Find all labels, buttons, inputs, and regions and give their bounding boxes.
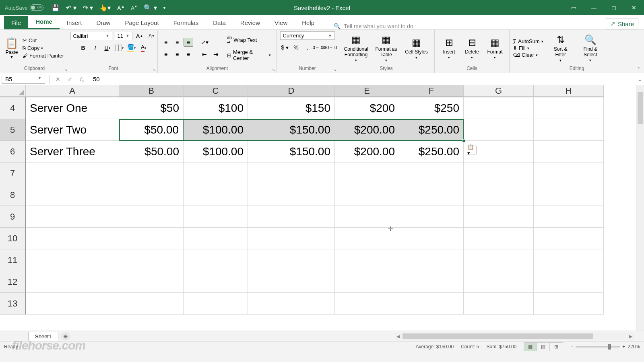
cell[interactable]: Server One [26, 97, 119, 119]
cell[interactable] [399, 184, 464, 206]
normal-view-icon[interactable]: ▦ [524, 343, 537, 351]
cell[interactable]: $200.00 [335, 141, 399, 162]
cell[interactable] [399, 293, 464, 315]
grow-font-icon[interactable]: A▲ [135, 31, 144, 40]
hscroll-left-icon[interactable]: ◀ [394, 333, 402, 340]
cell[interactable]: $250 [399, 97, 464, 119]
cell[interactable] [399, 162, 464, 184]
cell[interactable] [26, 228, 119, 249]
cell[interactable] [119, 162, 184, 184]
cell[interactable] [335, 162, 399, 184]
align-right-icon[interactable]: ≡ [184, 50, 193, 59]
cell[interactable] [464, 228, 534, 249]
ribbon-display-options-icon[interactable]: ▭ [564, 0, 584, 15]
row-header[interactable]: 5 [0, 119, 26, 141]
autosave-toggle[interactable]: AutoSave Off [5, 4, 43, 11]
cell[interactable] [464, 206, 534, 228]
cell[interactable] [26, 206, 119, 228]
font-color-button[interactable]: A▾ [139, 43, 149, 52]
cell[interactable] [335, 206, 399, 228]
row-header[interactable]: 9 [0, 206, 26, 228]
borders-button[interactable]: ▾ [115, 43, 124, 52]
tab-formulas[interactable]: Formulas [166, 16, 206, 29]
column-header[interactable]: D [248, 85, 335, 97]
collapse-ribbon-icon[interactable]: ⌃ [637, 66, 641, 72]
row-header[interactable]: 6 [0, 141, 26, 162]
zoom-slider[interactable] [576, 346, 620, 348]
row-header[interactable]: 11 [0, 249, 26, 271]
align-top-icon[interactable]: ≡ [161, 38, 171, 47]
page-break-view-icon[interactable]: ⊞ [550, 343, 563, 351]
cell[interactable] [464, 249, 534, 271]
cell[interactable] [119, 184, 184, 206]
minimize-icon[interactable]: — [584, 0, 604, 15]
expand-formula-bar-icon[interactable]: ⌄ [635, 75, 644, 83]
cell[interactable]: $100.00 [184, 119, 248, 141]
horizontal-scrollbar[interactable] [402, 333, 626, 340]
cell[interactable] [464, 97, 534, 119]
cell[interactable] [119, 293, 184, 315]
tab-draw[interactable]: Draw [89, 16, 118, 29]
cell[interactable]: $50.00 [119, 141, 184, 162]
format-as-table-button[interactable]: ▦Format as Table▾ [372, 34, 401, 62]
name-box[interactable]: B5▼ [2, 75, 45, 84]
column-header[interactable]: H [534, 85, 604, 97]
zoom-in-icon[interactable]: + [622, 344, 625, 350]
clear-button[interactable]: ⌫Clear▾ [513, 52, 543, 58]
cell[interactable] [534, 228, 604, 249]
underline-button[interactable]: U▾ [103, 43, 112, 52]
increase-decimal-icon[interactable]: .0→.00 [314, 43, 324, 52]
merge-center-button[interactable]: ⊟Merge & Center▾ [225, 48, 273, 62]
align-left-icon[interactable]: ≡ [161, 50, 171, 59]
cell[interactable] [248, 293, 335, 315]
cell[interactable] [248, 162, 335, 184]
cell[interactable] [399, 206, 464, 228]
cell[interactable]: $150.00 [248, 141, 335, 162]
autosum-button[interactable]: ∑AutoSum▾ [513, 38, 543, 44]
tab-help[interactable]: Help [295, 16, 322, 29]
sheet-tab-active[interactable]: Sheet1 [28, 332, 58, 341]
font-size-combo[interactable]: 11▼ [115, 32, 132, 40]
alignment-launcher-icon[interactable]: ↘ [272, 68, 275, 72]
zoom-level[interactable]: 220% [627, 344, 640, 350]
formula-input[interactable]: 50 [88, 75, 635, 83]
font-size-up-icon[interactable]: A▲ [117, 4, 124, 11]
tab-home[interactable]: Home [28, 15, 60, 29]
row-header[interactable]: 8 [0, 184, 26, 206]
column-header[interactable]: G [464, 85, 534, 97]
format-cells-button[interactable]: ▦Format▾ [484, 37, 506, 60]
copy-button[interactable]: ⎘Copy▾ [23, 45, 64, 51]
cell[interactable]: $150.00 [248, 119, 335, 141]
decrease-indent-icon[interactable]: ⇤ [200, 50, 209, 59]
undo-icon[interactable]: ↶ ▾ [66, 4, 76, 12]
row-header[interactable]: 10 [0, 228, 26, 249]
wrap-text-button[interactable]: ab↵Wrap Text [225, 34, 273, 46]
cell[interactable] [335, 184, 399, 206]
tab-page-layout[interactable]: Page Layout [118, 16, 166, 29]
fill-color-button[interactable]: 🪣▾ [127, 43, 136, 52]
insert-cells-button[interactable]: ⊞Insert▾ [438, 37, 460, 60]
number-format-combo[interactable]: Currency▼ [280, 31, 335, 40]
cell[interactable] [534, 97, 604, 119]
select-all-corner[interactable] [0, 85, 26, 97]
cell[interactable] [534, 162, 604, 184]
column-header[interactable]: A [26, 85, 119, 97]
format-painter-button[interactable]: 🖌Format Painter [23, 53, 64, 59]
cell[interactable]: $100.00 [184, 141, 248, 162]
cell[interactable] [119, 271, 184, 293]
cell[interactable] [464, 271, 534, 293]
cell[interactable] [464, 184, 534, 206]
cell[interactable] [534, 141, 604, 162]
enter-formula-icon[interactable]: ✓ [64, 76, 76, 82]
save-icon[interactable]: 💾 [52, 4, 60, 12]
cell[interactable] [534, 119, 604, 141]
accounting-format-icon[interactable]: $ ▾ [280, 43, 290, 52]
cell[interactable] [248, 206, 335, 228]
increase-indent-icon[interactable]: ⇥ [211, 50, 221, 59]
cell[interactable]: $250.00 [399, 119, 464, 141]
cell[interactable] [534, 271, 604, 293]
zoom-out-icon[interactable]: − [570, 344, 573, 350]
cell[interactable] [464, 293, 534, 315]
cell[interactable] [399, 249, 464, 271]
cell[interactable] [184, 249, 248, 271]
